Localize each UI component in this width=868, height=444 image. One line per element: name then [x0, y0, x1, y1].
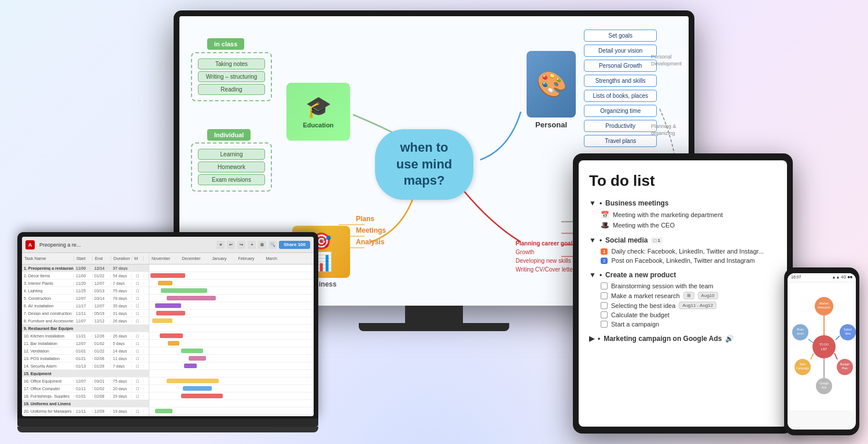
gantt-toolbar: ≡ ↩ ↪ + ⊞ 🔍 Share 100: [216, 241, 310, 249]
phone: 16:07 ▲▲ 4G ■■ TO DO LIST Market Researc…: [784, 267, 859, 435]
gantt-bar-rows: [149, 265, 314, 416]
gantt-task-list: Task Name Start End Duration M 1. Preope…: [22, 253, 149, 416]
task-name: 16. Office Equipment: [22, 379, 74, 383]
in-class-group: Taking notes Writing – structuring Readi…: [191, 52, 272, 101]
task-name: 11. Bar Installation: [22, 342, 74, 346]
task-end: 01/22: [93, 274, 111, 278]
task-name: 20. Uniforms for Managers: [22, 409, 74, 413]
gantt-bar: [161, 288, 207, 293]
task-name: 10. Kitchen Installation: [22, 334, 74, 338]
task-name: 17. Office Computer: [22, 387, 74, 391]
task-start: 11/00: [74, 266, 93, 270]
task-name: 12. Ventilation: [22, 349, 74, 353]
task-start: 12/07: [74, 342, 93, 346]
gantt-column-headers: Task Name Start End Duration M: [22, 253, 149, 265]
gantt-bar: [156, 311, 185, 315]
phone-status-bar: 16:07 ▲▲ 4G ■■: [788, 273, 856, 281]
svg-text:Plan: Plan: [842, 366, 848, 370]
section-marketing: ▶ • Marketing campaign on Google Ads 🔊: [589, 335, 777, 343]
task-start: 12/07: [74, 379, 93, 383]
task-name: 15. Equipment: [22, 372, 74, 376]
task-end: 12/07: [93, 304, 111, 308]
task-duration: 26 days: [111, 319, 132, 323]
education-node: 🎓 Education: [286, 83, 350, 141]
gantt-bar: [167, 296, 216, 300]
bar-row: [149, 377, 314, 385]
arrow-right-icon: ▶: [589, 335, 594, 343]
task-start: 01/01: [74, 394, 93, 398]
gantt-row: 16. Office Equipment 12/07 03/21 75 days…: [22, 377, 149, 385]
task-duration: 7 days: [111, 364, 132, 368]
toolbar-btn-5[interactable]: ⊞: [258, 241, 266, 249]
laptop-base: [17, 427, 318, 432]
personal-label: Personal: [535, 120, 567, 129]
checkbox-campaign[interactable]: [601, 321, 608, 328]
arrow-down-icon: ▼: [589, 199, 596, 207]
bar-row: [149, 370, 314, 377]
svg-line-25: [836, 336, 840, 340]
gantt-row: 10. Kitchen Installation 11/21 12/26 26 …: [22, 332, 149, 340]
task-start: 11/11: [74, 409, 93, 413]
gantt-row: 12. Ventilation 01/01 01/22 14 days □: [22, 347, 149, 355]
svg-line-33: [811, 353, 814, 359]
task-end: 02/08: [93, 394, 111, 398]
toolbar-btn-1[interactable]: ≡: [216, 241, 225, 249]
planning-label: Planning & organizing: [651, 123, 683, 137]
share-button[interactable]: Share 100: [279, 241, 310, 249]
laptop-bottom: [17, 419, 318, 427]
search-btn[interactable]: 🔍: [269, 241, 277, 249]
bullet-icon-2: •: [599, 236, 602, 244]
gantt-bar: [167, 379, 219, 383]
task-start: 11/20: [74, 281, 93, 285]
section-header-marketing: ▶ • Marketing campaign on Google Ads 🔊: [589, 335, 777, 343]
personal-nodes: Set goals Detail your vision Personal Gr…: [584, 27, 657, 150]
gantt-row: 7. Design and construction 11/11 05/19 3…: [22, 310, 149, 317]
gantt-bar: [152, 318, 172, 323]
toolbar-btn-4[interactable]: +: [248, 241, 256, 249]
svg-line-37: [808, 339, 813, 343]
gantt-row: 5. Construction 12/07 03/14 78 days □: [22, 295, 149, 302]
svg-text:Research: Research: [818, 306, 830, 309]
checkbox-budget[interactable]: [601, 311, 608, 318]
gantt-chart: A Preopening a re... ≡ ↩ ↪ + ⊞ 🔍 Share 1…: [22, 237, 314, 416]
checkbox-select[interactable]: [601, 302, 608, 309]
task-end: 02/02: [93, 387, 111, 391]
task-name: 7. Design and construction: [22, 311, 74, 315]
todo-item-3: 1 Daily check: Facebook, LinkedIn, Twitt…: [589, 247, 777, 256]
checkbox-market[interactable]: [601, 292, 608, 299]
task-milestone: □: [132, 311, 144, 315]
tablet-screen: To do list ▼ • Business meetings 📅 Meeti…: [579, 160, 787, 427]
bar-row: [149, 362, 314, 370]
task-duration: 7 days: [111, 281, 132, 285]
task-end: 12/07: [93, 281, 111, 285]
bar-row: [149, 392, 314, 400]
svg-text:Select: Select: [844, 328, 852, 331]
task-milestone: □: [132, 349, 144, 353]
toolbar-btn-2[interactable]: ↩: [227, 241, 235, 249]
bar-row: [149, 415, 314, 416]
task-milestone: □: [132, 409, 144, 413]
gantt-header: A Preopening a re... ≡ ↩ ↪ + ⊞ 🔍 Share 1…: [22, 237, 314, 253]
gantt-title: Preopening a re...: [39, 242, 212, 248]
task-name: 14. Security Alarm: [22, 364, 74, 368]
app-icon: A: [25, 240, 35, 249]
checkbox-brainstorm[interactable]: [601, 282, 608, 289]
col-milestone: M: [132, 256, 144, 261]
phone-signal: ▲▲ 4G ■■: [832, 275, 852, 279]
task-milestone: □: [132, 296, 144, 300]
svg-point-15: [812, 335, 836, 358]
gantt-bar: [155, 303, 181, 308]
monitor-neck: [405, 306, 463, 323]
phone-content: TO DO LIST Market Research Select Idea: [788, 281, 856, 413]
timeline-headers: November December January February March: [149, 253, 314, 265]
task-start: 11/17: [74, 304, 93, 308]
toolbar-btn-3[interactable]: ↪: [237, 241, 245, 249]
task-end: 03/13: [93, 289, 111, 293]
central-label: when to use mind maps?: [396, 140, 453, 188]
gantt-row: 3. Interior Plants 11/20 12/07 7 days □: [22, 280, 149, 287]
task-name: 18. Furnishings- Supplies: [22, 394, 74, 398]
gantt-row: 6. AV Installation 11/17 12/07 35 days □: [22, 302, 149, 310]
graduation-icon: 🎓: [306, 95, 332, 119]
task-name: 4. Lighting: [22, 289, 74, 293]
bar-row: [149, 287, 314, 295]
